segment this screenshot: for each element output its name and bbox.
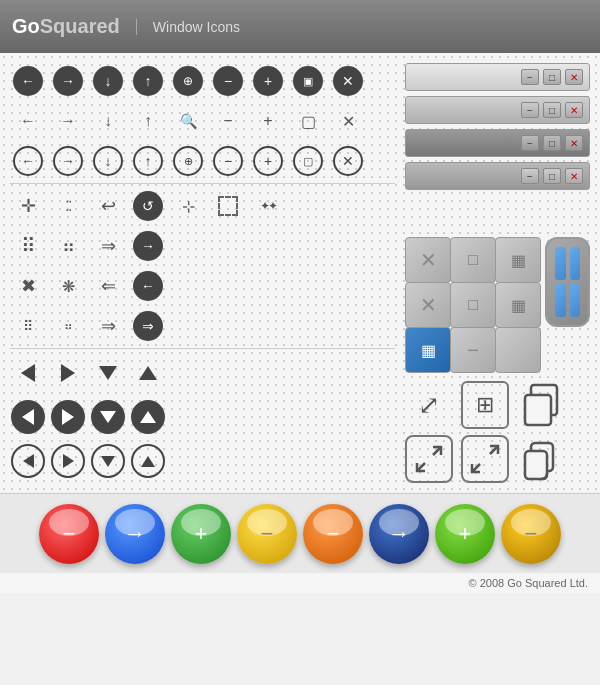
icon-minus-plain[interactable]: −: [210, 103, 246, 139]
btn-yellow-minus[interactable]: −: [237, 504, 297, 564]
win-icon-minus-3[interactable]: −: [450, 327, 496, 373]
icon-prev-outline[interactable]: [10, 443, 46, 479]
icon-arrow-right-lg[interactable]: ⇒: [90, 308, 126, 344]
win-icon-restore-2[interactable]: □: [450, 282, 496, 328]
icon-restore-plain[interactable]: ▢: [290, 103, 326, 139]
icon-resize-in[interactable]: [405, 435, 453, 483]
icon-move-dots-plain[interactable]: ⁚⁚: [50, 188, 86, 224]
icon-maximize[interactable]: ⊞: [461, 381, 509, 429]
icon-down-plain[interactable]: ↓: [90, 103, 126, 139]
win-icon-close-1[interactable]: ✕: [405, 237, 451, 283]
icon-down-tri-plain[interactable]: [90, 355, 126, 391]
win-bar-3: − □ ✕: [405, 129, 590, 157]
icon-move-all-plain[interactable]: ✛: [10, 188, 46, 224]
win-icon-grid-1[interactable]: ▦: [495, 237, 541, 283]
icon-close-plain[interactable]: ✕: [330, 103, 366, 139]
icon-minus-outline[interactable]: −: [210, 143, 246, 179]
icon-scatter-plain[interactable]: ✦✦: [250, 188, 286, 224]
icon-cross-plain-1[interactable]: ✖: [10, 268, 46, 304]
icon-move-all[interactable]: ⤢: [405, 381, 453, 429]
win-restore-btn-2[interactable]: □: [543, 102, 561, 118]
win-minimize-btn-1[interactable]: −: [521, 69, 539, 85]
icon-next-filled[interactable]: [50, 399, 86, 435]
btn-darkblue-arrow[interactable]: →: [369, 504, 429, 564]
icon-arrow-right-filled[interactable]: →: [130, 228, 166, 264]
win-restore-btn-4[interactable]: □: [543, 168, 561, 184]
icon-down-outline-play[interactable]: [90, 443, 126, 479]
icon-next-outline[interactable]: [50, 443, 86, 479]
icon-back-filled[interactable]: ←: [10, 63, 46, 99]
icon-resize-in-sq[interactable]: [461, 435, 509, 483]
icon-down-filled-play[interactable]: [90, 399, 126, 435]
footer: © 2008 Go Squared Ltd.: [0, 573, 600, 593]
icon-select-plain[interactable]: [210, 188, 246, 224]
icon-forward-filled[interactable]: →: [50, 63, 86, 99]
icon-back-outline[interactable]: ←: [10, 143, 46, 179]
icon-forward-outline[interactable]: →: [50, 143, 86, 179]
icon-plus-plain[interactable]: +: [250, 103, 286, 139]
icon-plus-outline[interactable]: +: [250, 143, 286, 179]
icon-up-tri-plain[interactable]: [130, 355, 166, 391]
icon-down-filled[interactable]: ↓: [90, 63, 126, 99]
win-minimize-btn-2[interactable]: −: [521, 102, 539, 118]
icon-search-outline[interactable]: ⊕: [170, 143, 206, 179]
icon-row-filled-1: ← → ↓ ↑ ⊕ − + ▣ ✕: [10, 63, 395, 99]
win-restore-btn-3[interactable]: □: [543, 135, 561, 151]
icon-undo-plain[interactable]: ↩: [90, 188, 126, 224]
win-minimize-btn-3[interactable]: −: [521, 135, 539, 151]
icon-prev-plain[interactable]: [10, 355, 46, 391]
icon-search-plain[interactable]: 🔍: [170, 103, 206, 139]
icon-grid-dots[interactable]: ⠿: [10, 228, 46, 264]
btn-red-minus[interactable]: −: [39, 504, 99, 564]
icon-search-filled[interactable]: ⊕: [170, 63, 206, 99]
icon-next-plain[interactable]: [50, 355, 86, 391]
icon-cross-plain-2[interactable]: ❋: [50, 268, 86, 304]
icon-note-pages[interactable]: [517, 435, 565, 483]
svg-rect-7: [525, 451, 547, 479]
copyright-text: © 2008 Go Squared Ltd.: [469, 577, 588, 589]
icon-arrow-left-filled[interactable]: ←: [130, 268, 166, 304]
icon-dots-sm-1[interactable]: ⠿: [10, 308, 46, 344]
icon-dots-pattern[interactable]: ⠶: [50, 228, 86, 264]
page-title: Window Icons: [136, 19, 240, 35]
icon-close-filled[interactable]: ✕: [330, 63, 366, 99]
icon-prev-filled[interactable]: [10, 399, 46, 435]
icon-close-outline[interactable]: ✕: [330, 143, 366, 179]
btn-gold-minus[interactable]: −: [501, 504, 561, 564]
icon-plus-filled[interactable]: +: [250, 63, 286, 99]
icon-up-outline-play[interactable]: [130, 443, 166, 479]
win-restore-btn-1[interactable]: □: [543, 69, 561, 85]
icon-back-plain[interactable]: ←: [10, 103, 46, 139]
win-icon-close-2[interactable]: ✕: [405, 282, 451, 328]
win-close-btn-1[interactable]: ✕: [565, 69, 583, 85]
win-close-btn-2[interactable]: ✕: [565, 102, 583, 118]
win-icon-restore-1[interactable]: □: [450, 237, 496, 283]
icon-down-outline[interactable]: ↓: [90, 143, 126, 179]
btn-green-plus[interactable]: +: [171, 504, 231, 564]
btn-orange-minus[interactable]: −: [303, 504, 363, 564]
icon-restore-filled[interactable]: ▣: [290, 63, 326, 99]
icon-up-outline[interactable]: ↑: [130, 143, 166, 179]
icon-arrow-left-plain[interactable]: ⇐: [90, 268, 126, 304]
win-close-btn-4[interactable]: ✕: [565, 168, 583, 184]
win-close-btn-3[interactable]: ✕: [565, 135, 583, 151]
icon-dots-sm-2[interactable]: ⠶: [50, 308, 86, 344]
big-window-icon[interactable]: [545, 237, 590, 327]
win-minimize-btn-4[interactable]: −: [521, 168, 539, 184]
icon-arrow-right-lg-filled[interactable]: ⇒: [130, 308, 166, 344]
btn-blue-arrow[interactable]: →: [105, 504, 165, 564]
win-icon-grid-2[interactable]: ▦: [495, 282, 541, 328]
icon-crosshair-plain[interactable]: ⊹: [170, 188, 206, 224]
icon-redo-filled[interactable]: ↺: [130, 188, 166, 224]
resize-area: ⤢ ⊞: [405, 381, 590, 483]
icon-up-filled[interactable]: ↑: [130, 63, 166, 99]
icon-restore-outline[interactable]: ▢: [290, 143, 326, 179]
btn-brightgreen-plus[interactable]: +: [435, 504, 495, 564]
icon-up-filled-play[interactable]: [130, 399, 166, 435]
icon-copy-pages[interactable]: [517, 381, 565, 429]
icon-arrow-right-plain[interactable]: ⇒: [90, 228, 126, 264]
icon-minus-filled[interactable]: −: [210, 63, 246, 99]
icon-up-plain[interactable]: ↑: [130, 103, 166, 139]
icon-forward-plain[interactable]: →: [50, 103, 86, 139]
win-icon-blue-grid[interactable]: ▦: [405, 327, 451, 373]
